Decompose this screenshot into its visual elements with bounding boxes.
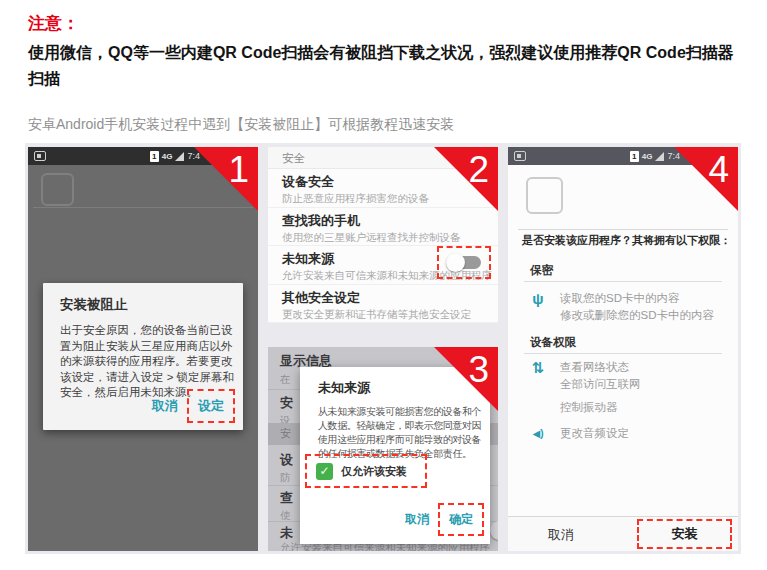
phone-screenshot-1: 1 4G 7:4 安装被阻止 出于安全原因，您的设备当前已设置为阻止安装从三星应…: [28, 147, 258, 551]
permission-item: 控制振动器: [530, 399, 618, 416]
dialog-title: 未知来源: [318, 379, 370, 397]
settings-item-other-security[interactable]: 其他安全设定 更改安全更新和证书存储等其他安全设定: [268, 285, 498, 324]
bg-row-title: 显示信息: [280, 353, 332, 368]
item-subtitle: 使用您的三星账户远程查找并控制设备: [282, 230, 484, 245]
bg-section-label: 安: [280, 426, 291, 441]
updown-arrows-icon: ⇅: [530, 359, 546, 393]
speaker-icon: ◀): [530, 425, 546, 442]
cancel-button[interactable]: 取消: [396, 505, 438, 534]
permission-item: ◀) 更改音频设定: [530, 425, 629, 442]
step-number: 4: [708, 147, 729, 193]
divider: [524, 353, 722, 354]
bg-row-title: 设: [280, 452, 293, 467]
bg-row-title: 安: [280, 395, 293, 410]
install-question-title: 是否安装该应用程序？其将拥有以下权限：: [522, 233, 731, 248]
checkbox-label: 仅允许该安装: [341, 464, 407, 479]
item-title: 其他安全设定: [282, 289, 484, 307]
permission-line: 更改音频设定: [560, 427, 629, 439]
cancel-button[interactable]: 取消: [143, 391, 187, 421]
divider: [524, 281, 722, 282]
step-number: 1: [228, 147, 249, 193]
permission-item: ψ 读取您的SD卡中的内容 修改或删除您的SD卡中的内容: [530, 290, 714, 324]
screenshot-icon: [514, 151, 526, 161]
bg-row-subtitle: 防: [280, 471, 291, 483]
allow-once-checkbox[interactable]: ✓: [316, 463, 333, 480]
notification-badge: 1: [150, 151, 159, 162]
divider: [518, 229, 728, 230]
bg-row-subtitle: 在: [280, 373, 291, 385]
section-heading-device: 设备权限: [530, 335, 576, 350]
bg-row-subtitle: 使: [280, 509, 291, 521]
notice-label: 注意：: [28, 12, 79, 35]
usb-icon: ψ: [530, 290, 546, 324]
install-button[interactable]: 安装: [639, 525, 730, 543]
screenshot-icon: [34, 151, 46, 161]
phone-screenshot-2: 安全 设备安全 防止恶意应用程序损害您的设备 查找我的手机 使用您的三星账户远程…: [268, 147, 498, 323]
signal-strength-icon: [655, 152, 664, 161]
network-type-indicator: 4G: [642, 152, 653, 161]
phone-screenshot-4: 1 4G 7:4 是否安装该应用程序？其将拥有以下权限： 保密 ψ 读取您的SD…: [508, 147, 738, 551]
item-title: 查找我的手机: [282, 212, 484, 230]
permission-line: 查看网络状态: [560, 361, 629, 373]
item-subtitle: 更改安全更新和证书存储等其他安全设定: [282, 307, 484, 322]
notification-badge: 1: [630, 151, 639, 162]
permission-line: 全部访问互联网: [560, 378, 641, 390]
vibration-icon: [530, 399, 546, 416]
dialog-title: 安装被阻止: [60, 296, 128, 314]
phone-screenshot-3: 显示信息 在 安 设 安 设 防 查 使 未 允许安装来自可信来源和未知来源的应…: [268, 347, 498, 551]
bg-row-title: 查: [280, 490, 293, 505]
app-icon-placeholder: [526, 177, 563, 214]
step-number: 3: [468, 347, 489, 393]
settings-item-find-my-phone[interactable]: 查找我的手机 使用您的三星账户远程查找并控制设备: [268, 208, 498, 247]
install-button-highlight: 安装: [637, 519, 732, 549]
signal-strength-icon: [175, 152, 184, 161]
warning-text: 使用微信，QQ等一些内建QR Code扫描会有被阻挡下载之状况，强烈建议使用推荐…: [28, 40, 734, 92]
permission-line: 修改或删除您的SD卡中的内容: [560, 309, 714, 321]
checkbox-highlight: ✓ 仅允许该安装: [305, 454, 427, 488]
settings-button[interactable]: 设定: [187, 389, 235, 423]
app-icon-placeholder: [41, 173, 74, 206]
permission-line: 读取您的SD卡中的内容: [560, 292, 679, 304]
cancel-button[interactable]: 取消: [548, 517, 574, 551]
bottom-action-bar: 取消 安装: [508, 516, 738, 551]
unknown-sources-toggle-highlight: [437, 246, 491, 279]
dialog-body: 从未知来源安装可能损害您的设备和个人数据。轻敲确定，即表示您同意对因使用这些应用…: [318, 405, 482, 461]
confirm-button[interactable]: 确定: [438, 503, 484, 536]
network-type-indicator: 4G: [162, 152, 173, 161]
step-number: 2: [468, 147, 489, 193]
permission-line: 控制振动器: [560, 401, 618, 413]
install-blocked-dialog: 安装被阻止 出于安全原因，您的设备当前已设置为阻止安装从三星应用商店以外的来源获…: [43, 283, 243, 430]
section-heading-privacy: 保密: [530, 263, 553, 278]
unknown-sources-toggle[interactable]: [446, 254, 482, 271]
instruction-text: 安卓Android手机安装过程中遇到【安装被阻止】可根据教程迅速安装: [28, 116, 454, 134]
permission-item: ⇅ 查看网络状态 全部访问互联网: [530, 359, 641, 393]
